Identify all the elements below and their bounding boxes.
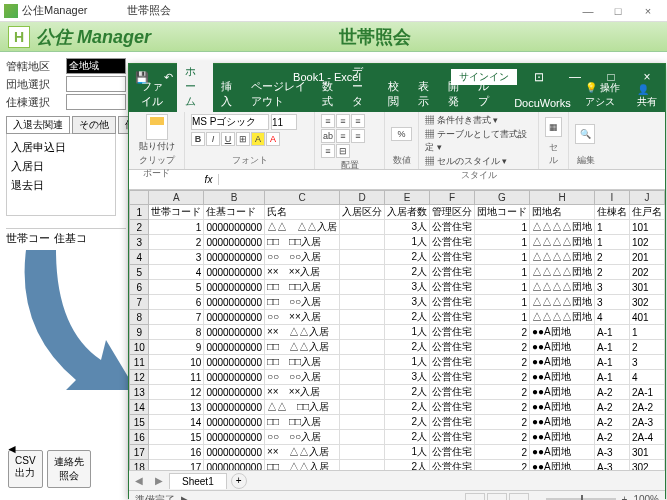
view-normal-button[interactable]	[465, 493, 485, 501]
new-sheet-button[interactable]: +	[231, 473, 247, 489]
excel-ribbon: 貼り付け クリップボード B I U ⊞ A A フォント	[129, 112, 665, 170]
excel-statusbar: 準備完了 ▶ — + 100%	[129, 490, 665, 500]
excel-grid[interactable]: ABCDEFGHIJ1世帯コード住基コード氏名入居区分入居者数管理区分団地コード…	[129, 190, 665, 470]
contact-button[interactable]: 連絡先 照会	[47, 450, 91, 488]
paste-label: 貼り付け	[139, 140, 175, 153]
edit-group-label: 編集	[575, 153, 597, 167]
table-format-button[interactable]: ▦ テーブルとして書式設定 ▾	[425, 128, 532, 154]
italic-button[interactable]: I	[206, 132, 220, 146]
sheet-tab[interactable]: Sheet1	[169, 473, 227, 489]
close-button[interactable]: ×	[633, 5, 663, 17]
region-select[interactable]: 全地域	[66, 58, 126, 74]
edit-button[interactable]: 🔍	[575, 124, 595, 144]
danchi-label: 団地選択	[6, 77, 66, 92]
font-size-select[interactable]	[271, 114, 297, 130]
cells-button[interactable]: ▦	[545, 117, 562, 137]
border-button[interactable]: ⊞	[236, 132, 250, 146]
paste-icon[interactable]	[146, 114, 168, 140]
macro-icon[interactable]: ▶	[181, 494, 189, 500]
minimize-button[interactable]: —	[573, 5, 603, 17]
align-mid-button[interactable]: ≡	[336, 114, 350, 128]
excel-tab-ファイル[interactable]: ファイル	[133, 76, 177, 112]
excel-tab-挿入[interactable]: 挿入	[213, 76, 243, 112]
header-page-title: 世帯照会	[151, 25, 659, 49]
taikyo-label: 退去日	[11, 178, 71, 193]
jutou-select[interactable]	[66, 94, 126, 110]
clipboard-group-label: クリップボード	[135, 153, 178, 180]
style-group-label: スタイル	[425, 168, 532, 182]
status-text: 準備完了	[135, 493, 175, 501]
maximize-button[interactable]: □	[603, 5, 633, 17]
sheet-nav-next-icon[interactable]: ▶	[149, 475, 169, 486]
align-group-label: 配置	[321, 158, 378, 172]
excel-tab-DocuWorks[interactable]: DocuWorks	[506, 94, 579, 112]
excel-ribbon-options-icon[interactable]: ⊡	[521, 70, 557, 84]
align-top-button[interactable]: ≡	[321, 114, 335, 128]
sheet-nav-prev-icon[interactable]: ◀	[129, 475, 149, 486]
align-right-button[interactable]: ≡	[321, 144, 335, 158]
font-name-select[interactable]	[191, 114, 269, 130]
excel-tab-表示[interactable]: 表示	[410, 76, 440, 112]
formula-bar: fx	[129, 170, 665, 190]
col-juki: 住基コ	[54, 231, 87, 246]
wrap-button[interactable]: ab	[321, 129, 335, 143]
fx-icon[interactable]: fx	[199, 174, 219, 185]
excel-tab-開発[interactable]: 開発	[440, 76, 470, 112]
header-app-title: 公住 Manager	[36, 25, 151, 49]
number-format-button[interactable]: %	[391, 127, 412, 141]
nyukyo-label: 入居日	[11, 159, 71, 174]
excel-tabs: ファイルホーム挿入ページレイアウト数式データ校閲表示開発ヘルプDocuWorks…	[129, 90, 665, 112]
region-label: 管轄地区	[6, 59, 66, 74]
font-group-label: フォント	[191, 153, 308, 167]
excel-tab-ホーム[interactable]: ホーム	[177, 61, 214, 112]
excel-tab-数式[interactable]: 数式	[314, 76, 344, 112]
tab-nyutaikyo[interactable]: 入退去関連	[6, 116, 70, 134]
excel-tab-ヘルプ[interactable]: ヘルプ	[470, 61, 507, 112]
view-layout-button[interactable]	[487, 493, 507, 501]
cell-style-button[interactable]: ▦ セルのスタイル ▾	[425, 155, 507, 168]
fill-color-button[interactable]: A	[251, 132, 265, 146]
align-left-button[interactable]: ≡	[336, 129, 350, 143]
excel-share[interactable]: 👤 共有	[631, 81, 665, 112]
align-bot-button[interactable]: ≡	[351, 114, 365, 128]
font-color-button[interactable]: A	[266, 132, 280, 146]
merge-button[interactable]: ⊟	[336, 144, 350, 158]
cell-group-label: セル	[545, 140, 562, 167]
excel-tab-校閲[interactable]: 校閲	[380, 76, 410, 112]
excel-window: 💾 ↶ ↷ Book1 - Excel サインイン ⊡ — □ × ファイルホー…	[128, 63, 666, 499]
app-header: H 公住 Manager 世帯照会	[0, 22, 667, 52]
number-group-label: 数値	[391, 153, 412, 167]
danchi-select[interactable]	[66, 76, 126, 92]
zoom-in-button[interactable]: +	[622, 494, 628, 500]
excel-tell-me[interactable]: 💡 操作アシス	[579, 78, 631, 112]
cond-format-button[interactable]: ▦ 条件付き書式 ▾	[425, 114, 498, 127]
view-pagebreak-button[interactable]	[509, 493, 529, 501]
zoom-value: 100%	[633, 494, 659, 500]
align-center-button[interactable]: ≡	[351, 129, 365, 143]
col-setai: 世帯コー	[6, 231, 50, 246]
moushikomi-label: 入居申込日	[11, 140, 71, 155]
underline-button[interactable]: U	[221, 132, 235, 146]
header-logo-icon: H	[8, 26, 30, 48]
excel-tab-データ[interactable]: データ	[344, 61, 381, 112]
app-logo-icon	[4, 4, 18, 18]
app-name: 公住Manager	[22, 3, 87, 18]
bold-button[interactable]: B	[191, 132, 205, 146]
outer-titlebar: 公住Manager 世帯照会 — □ ×	[0, 0, 667, 22]
excel-tab-ページレイアウト[interactable]: ページレイアウト	[243, 76, 314, 112]
app-subtitle: 世帯照会	[127, 3, 171, 18]
sheet-tab-bar: ◀ ▶ Sheet1 +	[129, 470, 665, 490]
zoom-out-button[interactable]: —	[530, 494, 540, 500]
jutou-label: 住棟選択	[6, 95, 66, 110]
tab-other[interactable]: その他	[72, 116, 116, 134]
